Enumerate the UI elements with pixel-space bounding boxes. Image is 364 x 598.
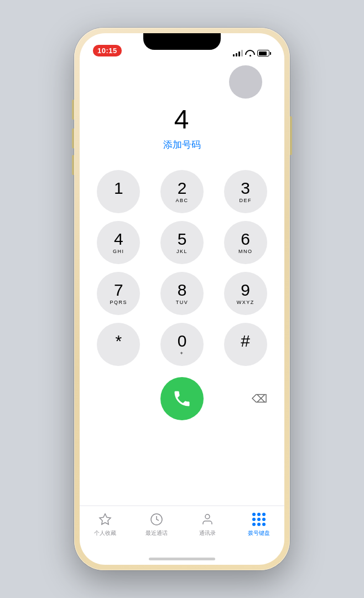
dial-letters (117, 198, 119, 203)
phone-icon (172, 389, 192, 409)
contacts-icon (200, 512, 215, 527)
tab-keypad[interactable]: 拨号键盘 (233, 512, 285, 537)
delete-icon: ⌫ (252, 392, 267, 405)
dial-key-hash[interactable]: # (224, 323, 267, 366)
dial-letters: TUV (176, 300, 189, 305)
delete-button[interactable]: ⌫ (246, 385, 273, 413)
tab-recents-label: 最近通话 (145, 529, 168, 537)
dial-letters: WXYZ (237, 300, 254, 305)
action-row: ⌫ (91, 377, 273, 420)
dial-digit: 4 (114, 231, 123, 248)
tab-recents[interactable]: 最近通话 (131, 512, 183, 537)
dial-key-5[interactable]: 5 JKL (160, 221, 204, 264)
favorites-icon (97, 512, 113, 527)
wifi-icon (246, 50, 254, 56)
avatar (229, 65, 262, 99)
call-button[interactable] (160, 377, 204, 420)
dialed-number: 4 (174, 106, 190, 133)
dial-digit: 5 (178, 231, 187, 248)
dial-letters: + (180, 350, 184, 356)
dial-digit: 7 (114, 282, 123, 298)
dial-digit: 3 (241, 180, 250, 197)
tab-favorites[interactable]: 个人收藏 (80, 512, 131, 537)
dial-letters: DEF (239, 198, 252, 203)
phone-screen: 10:15 4 (80, 33, 284, 565)
svg-point-2 (205, 514, 210, 519)
dial-key-3[interactable]: 3 DEF (224, 170, 267, 213)
dial-key-8[interactable]: 8 TUV (160, 272, 204, 315)
dial-digit: 0 (178, 333, 187, 349)
main-content: 4 添加号码 1 2 ABC 3 DEF 4 GH (80, 60, 284, 506)
battery-icon (257, 50, 271, 56)
dial-letters (245, 350, 247, 356)
dial-letters (117, 350, 119, 356)
dial-key-6[interactable]: 6 MNO (224, 221, 267, 264)
svg-marker-0 (100, 514, 111, 524)
status-icons (233, 50, 271, 56)
tab-contacts-label: 通讯录 (199, 529, 216, 537)
add-number-button[interactable]: 添加号码 (163, 138, 201, 151)
dial-key-7[interactable]: 7 PQRS (97, 272, 140, 315)
recents-icon (149, 512, 164, 527)
dial-digit: 9 (241, 282, 250, 298)
dial-digit: 6 (241, 231, 250, 248)
dial-key-9[interactable]: 9 WXYZ (224, 272, 267, 315)
dial-letters: PQRS (110, 300, 128, 305)
dial-digit: * (115, 333, 122, 349)
dial-letters: ABC (175, 198, 188, 203)
notch (143, 33, 221, 50)
dial-key-2[interactable]: 2 ABC (160, 170, 204, 213)
dial-key-1[interactable]: 1 (97, 170, 140, 213)
tab-contacts[interactable]: 通讯录 (182, 512, 233, 537)
dial-digit: 8 (178, 282, 187, 298)
dial-digit: 1 (114, 180, 123, 197)
dial-letters: GHI (113, 249, 124, 254)
tab-favorites-label: 个人收藏 (94, 529, 116, 537)
dial-key-0[interactable]: 0 + (160, 323, 204, 366)
dial-digit: 2 (178, 180, 187, 197)
tab-bar: 个人收藏 最近通话 通讯录 (80, 506, 284, 555)
contact-area: 4 添加号码 (91, 65, 273, 151)
status-time: 10:15 (93, 45, 122, 56)
dial-letters: MNO (238, 249, 253, 254)
dial-key-star[interactable]: * (97, 323, 140, 366)
signal-icon (233, 50, 243, 56)
dial-digit: # (241, 333, 250, 349)
tab-keypad-label: 拨号键盘 (248, 529, 270, 537)
keypad-icon (251, 512, 267, 527)
dial-letters: JKL (176, 249, 188, 254)
phone-frame: 10:15 4 (74, 28, 290, 570)
dial-key-4[interactable]: 4 GHI (97, 221, 140, 264)
home-indicator (149, 558, 215, 560)
dialpad: 1 2 ABC 3 DEF 4 GHI 5 JKL (91, 170, 273, 366)
